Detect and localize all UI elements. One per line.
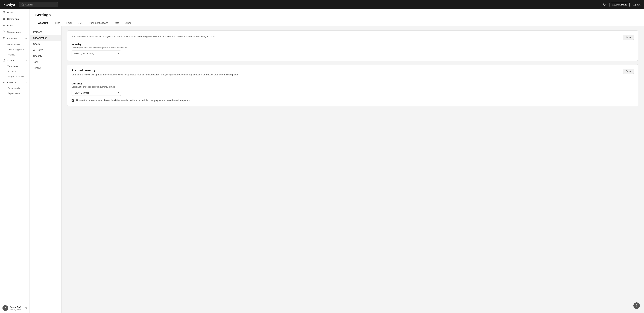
content-chevron-icon: ▾ bbox=[26, 59, 27, 62]
sidebar-item-signup-forms[interactable]: Sign-up forms bbox=[0, 29, 30, 35]
sidebar-item-home-label: Home bbox=[7, 11, 13, 14]
currency-save-button[interactable]: Save bbox=[622, 69, 634, 74]
svg-point-3 bbox=[3, 37, 4, 38]
analytics-icon bbox=[3, 81, 5, 84]
industry-save-button[interactable]: Save bbox=[622, 35, 634, 40]
page-title: Settings bbox=[35, 13, 638, 17]
sidebar-item-audience[interactable]: Audience ▾ bbox=[0, 35, 30, 42]
subnav-personal[interactable]: Personal bbox=[30, 29, 61, 35]
search-icon bbox=[22, 3, 24, 6]
flows-icon bbox=[3, 24, 5, 27]
industry-field-desc: Defines your business and what goods or … bbox=[72, 46, 634, 49]
sidebar-item-images-brand[interactable]: Images & brand bbox=[0, 74, 30, 79]
signup-forms-icon bbox=[3, 30, 5, 33]
sidebar-item-lists-segments[interactable]: Lists & segments bbox=[0, 47, 30, 52]
search-bar[interactable]: Search bbox=[19, 2, 58, 7]
sidebar-item-signup-forms-label: Sign-up forms bbox=[7, 31, 22, 33]
account-info: Feedr ApS jacob@feedr.c... bbox=[10, 306, 24, 311]
svg-marker-2 bbox=[3, 24, 5, 26]
top-navigation: klaviyo Search Account Plans Support bbox=[0, 0, 644, 9]
subnav-users[interactable]: Users bbox=[30, 41, 61, 47]
currency-update-checkbox[interactable] bbox=[72, 99, 74, 102]
settings-body: Personal Organization Users API keys Sec… bbox=[30, 26, 644, 313]
subnav-testing[interactable]: Testing bbox=[30, 65, 61, 71]
tab-data[interactable]: Data bbox=[111, 20, 122, 26]
currency-field: Currency Select your preferred account c… bbox=[72, 82, 634, 96]
currency-card: Account currency Changing this field wil… bbox=[67, 64, 638, 106]
account-plans-button[interactable]: Account Plans bbox=[610, 2, 630, 7]
topnav-right: Account Plans Support bbox=[602, 2, 640, 7]
klaviyo-logo: klaviyo bbox=[4, 3, 15, 7]
sidebar-item-growth-tools[interactable]: Growth tools bbox=[0, 42, 30, 47]
account-chevron-icon: ⇅ bbox=[25, 307, 27, 309]
sidebar-item-dashboards[interactable]: Dashboards bbox=[0, 86, 30, 91]
sidebar-item-products[interactable]: Products bbox=[0, 69, 30, 74]
account-name: Feedr ApS bbox=[10, 306, 24, 309]
settings-tabs: Account Billing Email SMS Push notificat… bbox=[35, 20, 638, 26]
settings-subnav: Personal Organization Users API keys Sec… bbox=[30, 26, 62, 313]
subnav-api-keys[interactable]: API keys bbox=[30, 47, 61, 53]
sidebar-item-campaigns[interactable]: Campaigns bbox=[0, 16, 30, 22]
svg-point-0 bbox=[22, 4, 23, 5]
bell-icon bbox=[603, 3, 606, 6]
tab-billing[interactable]: Billing bbox=[51, 20, 63, 26]
analytics-chevron-icon: ▾ bbox=[26, 81, 27, 84]
account-switcher[interactable]: F Feedr ApS jacob@feedr.c... ⇅ bbox=[0, 303, 30, 313]
industry-field-label: Industry bbox=[72, 43, 634, 45]
svg-line-1 bbox=[23, 5, 24, 6]
currency-field-desc: Select your preferred account currency s… bbox=[72, 86, 634, 88]
currency-checkbox-row: Update the currency symbol used in all f… bbox=[72, 99, 634, 102]
tab-sms[interactable]: SMS bbox=[75, 20, 86, 26]
industry-select[interactable]: Select your industry Retail eCommerce Fa… bbox=[72, 50, 121, 56]
notifications-button[interactable] bbox=[602, 2, 607, 7]
help-button[interactable]: ? bbox=[634, 303, 640, 309]
campaigns-icon bbox=[3, 17, 5, 20]
account-email: jacob@feedr.c... bbox=[10, 309, 24, 311]
main-layout: Home Campaigns Flows Sign-up forms Audie… bbox=[0, 9, 644, 313]
sidebar-item-content[interactable]: Content ▾ bbox=[0, 57, 30, 64]
industry-field: Industry Defines your business and what … bbox=[72, 43, 634, 56]
currency-select-wrapper: (DKK) Denmark (USD) United States Dollar… bbox=[72, 90, 121, 96]
currency-field-label: Currency bbox=[72, 82, 634, 85]
content-area: Settings Account Billing Email SMS Push … bbox=[30, 9, 644, 313]
tab-account[interactable]: Account bbox=[35, 20, 51, 26]
industry-card: Your selection powers Klaviyo analytics … bbox=[67, 30, 638, 61]
home-icon bbox=[3, 11, 5, 14]
subnav-security[interactable]: Security bbox=[30, 53, 61, 59]
sidebar-item-flows-label: Flows bbox=[7, 24, 13, 27]
sidebar: Home Campaigns Flows Sign-up forms Audie… bbox=[0, 9, 30, 313]
sidebar-item-templates[interactable]: Templates bbox=[0, 64, 30, 69]
sidebar-item-analytics-label: Analytics bbox=[7, 81, 24, 84]
industry-partial-text: Your selection powers Klaviyo analytics … bbox=[72, 35, 622, 38]
sidebar-item-profiles[interactable]: Profiles bbox=[0, 52, 30, 57]
industry-select-wrapper: Select your industry Retail eCommerce Fa… bbox=[72, 50, 121, 56]
currency-card-title: Account currency bbox=[72, 69, 622, 72]
tab-other[interactable]: Other bbox=[122, 20, 134, 26]
settings-main: Your selection powers Klaviyo analytics … bbox=[62, 26, 644, 313]
support-button[interactable]: Support bbox=[632, 3, 640, 6]
currency-card-description: Changing this field will update the symb… bbox=[72, 73, 622, 76]
sidebar-item-audience-label: Audience bbox=[7, 37, 24, 40]
content-icon bbox=[3, 59, 5, 62]
tab-email[interactable]: Email bbox=[63, 20, 75, 26]
sidebar-item-flows[interactable]: Flows bbox=[0, 22, 30, 29]
audience-icon bbox=[3, 37, 5, 40]
sidebar-item-campaigns-label: Campaigns bbox=[7, 18, 19, 20]
settings-header: Settings Account Billing Email SMS Push … bbox=[30, 9, 644, 26]
subnav-organization[interactable]: Organization bbox=[30, 35, 61, 41]
tab-push-notifications[interactable]: Push notifications bbox=[86, 20, 111, 26]
subnav-tags[interactable]: Tags bbox=[30, 59, 61, 65]
avatar: F bbox=[2, 305, 8, 311]
search-placeholder: Search bbox=[25, 3, 32, 6]
currency-checkbox-label: Update the currency symbol used in all f… bbox=[76, 99, 190, 102]
sidebar-item-analytics[interactable]: Analytics ▾ bbox=[0, 79, 30, 86]
sidebar-item-experiments[interactable]: Experiments bbox=[0, 91, 30, 96]
sidebar-item-home[interactable]: Home bbox=[0, 9, 30, 16]
sidebar-item-content-label: Content bbox=[7, 59, 24, 62]
currency-select[interactable]: (DKK) Denmark (USD) United States Dollar… bbox=[72, 90, 121, 96]
audience-chevron-icon: ▾ bbox=[26, 37, 27, 40]
